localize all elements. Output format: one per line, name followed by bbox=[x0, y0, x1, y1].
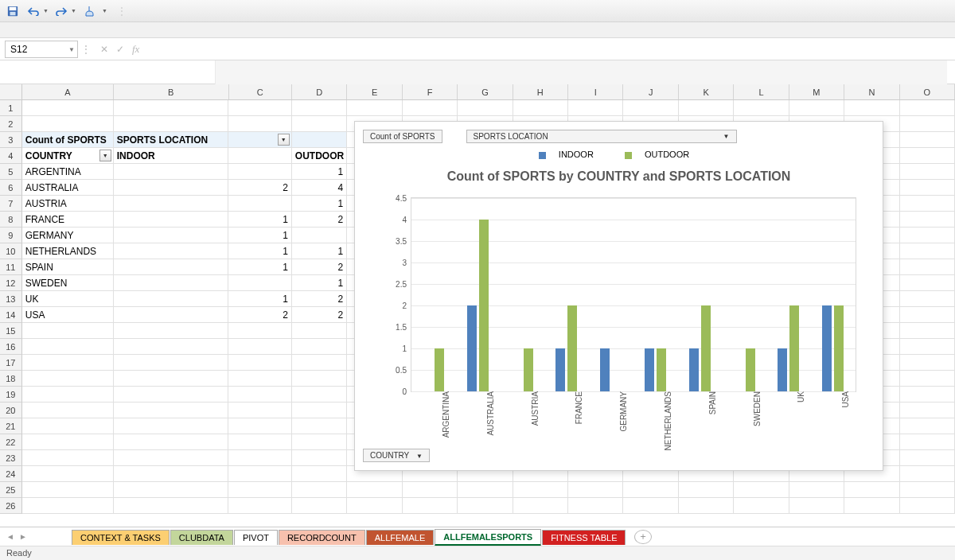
cell[interactable] bbox=[679, 100, 734, 116]
cell[interactable] bbox=[114, 259, 229, 275]
row-header[interactable]: 22 bbox=[0, 434, 22, 450]
bar-indoor[interactable] bbox=[689, 348, 699, 391]
cell[interactable] bbox=[900, 291, 955, 307]
cell[interactable] bbox=[292, 228, 347, 243]
row-header[interactable]: 23 bbox=[0, 450, 22, 466]
cell[interactable] bbox=[403, 498, 458, 514]
cell[interactable] bbox=[900, 243, 955, 259]
cell[interactable] bbox=[114, 275, 229, 291]
bar-indoor[interactable] bbox=[600, 348, 610, 391]
cell[interactable] bbox=[789, 100, 844, 116]
bar-outdoor[interactable] bbox=[479, 220, 489, 391]
tab-recordcount[interactable]: RECORDCOUNT bbox=[279, 530, 365, 545]
cell[interactable] bbox=[900, 434, 955, 450]
row-header[interactable]: 14 bbox=[0, 307, 22, 323]
cell[interactable]: 1 bbox=[292, 164, 347, 180]
cell[interactable] bbox=[292, 450, 347, 466]
cell[interactable] bbox=[228, 116, 291, 132]
cell[interactable] bbox=[403, 482, 458, 498]
cell[interactable] bbox=[734, 498, 789, 514]
cell[interactable]: Count of SPORTS bbox=[22, 132, 114, 148]
column-header-E[interactable]: E bbox=[347, 84, 402, 99]
cell[interactable] bbox=[347, 100, 402, 116]
cell[interactable] bbox=[513, 100, 568, 116]
row-header[interactable]: 4 bbox=[0, 148, 22, 164]
cell[interactable] bbox=[228, 164, 291, 180]
cell[interactable] bbox=[292, 371, 347, 387]
row-header[interactable]: 3 bbox=[0, 132, 22, 148]
bar-indoor[interactable] bbox=[467, 305, 477, 391]
cell[interactable] bbox=[114, 402, 229, 418]
cell[interactable]: 2 bbox=[228, 180, 291, 196]
bar-outdoor[interactable] bbox=[834, 305, 844, 391]
cell[interactable] bbox=[114, 387, 229, 402]
cell[interactable] bbox=[900, 450, 955, 466]
cell[interactable] bbox=[900, 164, 955, 180]
undo-button[interactable] bbox=[25, 3, 41, 19]
cell[interactable] bbox=[228, 498, 291, 514]
cell[interactable] bbox=[114, 339, 229, 355]
cell[interactable] bbox=[734, 100, 789, 116]
cell[interactable] bbox=[22, 323, 114, 339]
bar-outdoor[interactable] bbox=[701, 305, 711, 391]
cell[interactable] bbox=[623, 498, 678, 514]
cell[interactable] bbox=[114, 228, 229, 243]
cell[interactable] bbox=[292, 387, 347, 402]
formula-input[interactable] bbox=[146, 41, 955, 58]
row-header[interactable]: 2 bbox=[0, 116, 22, 132]
cell[interactable]: UK bbox=[22, 291, 114, 307]
row-header[interactable]: 6 bbox=[0, 180, 22, 196]
cell[interactable] bbox=[789, 482, 844, 498]
row-header[interactable]: 17 bbox=[0, 355, 22, 371]
cell[interactable] bbox=[900, 498, 955, 514]
select-all-corner[interactable] bbox=[0, 84, 22, 99]
cell[interactable] bbox=[458, 482, 513, 498]
cell[interactable] bbox=[623, 482, 678, 498]
row-header[interactable]: 26 bbox=[0, 498, 22, 514]
qat-customize-dropdown[interactable]: ▼ bbox=[102, 8, 107, 14]
cell[interactable]: ARGENTINA bbox=[22, 164, 114, 180]
cell[interactable] bbox=[900, 323, 955, 339]
cell[interactable]: FRANCE bbox=[22, 212, 114, 228]
new-sheet-button[interactable]: ＋ bbox=[634, 530, 652, 544]
cell[interactable] bbox=[900, 196, 955, 212]
column-header-I[interactable]: I bbox=[568, 84, 623, 99]
cell[interactable] bbox=[513, 498, 568, 514]
cell[interactable]: 1 bbox=[228, 228, 291, 243]
cell[interactable] bbox=[228, 355, 291, 371]
cell[interactable] bbox=[228, 371, 291, 387]
column-header-A[interactable]: A bbox=[22, 84, 114, 99]
cell[interactable]: 2 bbox=[292, 212, 347, 228]
row-header[interactable]: 20 bbox=[0, 402, 22, 418]
cell[interactable] bbox=[114, 418, 229, 434]
cell[interactable] bbox=[228, 402, 291, 418]
cell[interactable] bbox=[292, 434, 347, 450]
cell[interactable] bbox=[568, 498, 623, 514]
row-header[interactable]: 15 bbox=[0, 323, 22, 339]
cell[interactable] bbox=[114, 323, 229, 339]
pivot-chart[interactable]: Count of SPORTS SPORTS LOCATION ▼ INDOOR… bbox=[354, 121, 883, 471]
cell[interactable] bbox=[228, 418, 291, 434]
cell[interactable] bbox=[900, 339, 955, 355]
row-header[interactable]: 8 bbox=[0, 212, 22, 228]
cell[interactable]: 2 bbox=[292, 291, 347, 307]
chart-measure-button[interactable]: Count of SPORTS bbox=[363, 130, 442, 143]
cell[interactable] bbox=[228, 450, 291, 466]
cell[interactable] bbox=[22, 355, 114, 371]
cell[interactable] bbox=[347, 482, 402, 498]
cell[interactable] bbox=[114, 434, 229, 450]
cell[interactable] bbox=[228, 482, 291, 498]
cell[interactable] bbox=[22, 387, 114, 402]
cell[interactable] bbox=[114, 450, 229, 466]
column-header-O[interactable]: O bbox=[900, 84, 955, 99]
cell[interactable]: 1 bbox=[292, 196, 347, 212]
cell[interactable] bbox=[228, 387, 291, 402]
cell[interactable] bbox=[292, 339, 347, 355]
ribbon-collapsed-hint[interactable] bbox=[215, 60, 947, 84]
cell[interactable] bbox=[292, 100, 347, 116]
cell[interactable] bbox=[114, 355, 229, 371]
cell[interactable] bbox=[22, 450, 114, 466]
name-box[interactable]: S12 ▼ bbox=[5, 41, 78, 58]
cell[interactable] bbox=[22, 116, 114, 132]
cell[interactable] bbox=[228, 196, 291, 212]
